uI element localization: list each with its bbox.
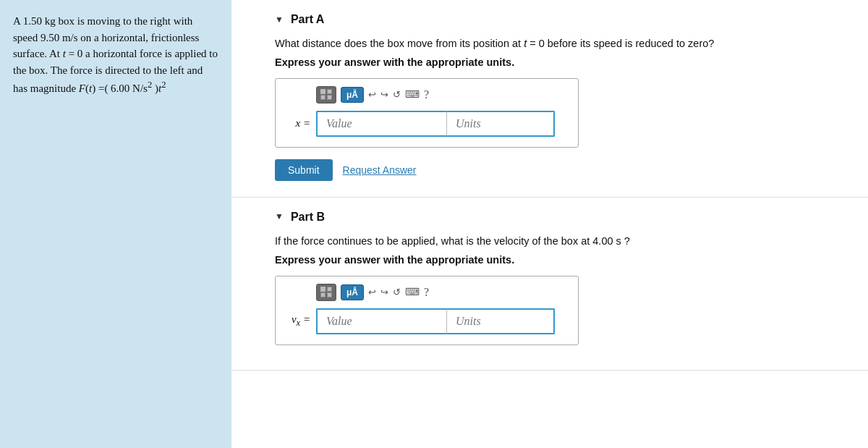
part-a-var-label: x = — [284, 117, 310, 130]
part-b-question: If the force continues to be applied, wh… — [275, 234, 825, 250]
part-a-question: What distance does the box move from its… — [275, 36, 825, 52]
part-a-undo-icon[interactable]: ↩ — [368, 89, 376, 101]
part-a-header[interactable]: ▼ Part A — [275, 13, 825, 26]
part-a-request-link[interactable]: Request Answer — [343, 164, 417, 176]
part-b-toolbar: μÅ ↩ ↪ ↺ ⌨ ? — [284, 284, 569, 301]
part-b-help-icon[interactable]: ? — [424, 286, 429, 299]
part-a-matrix-button[interactable] — [316, 86, 336, 103]
part-b-redo-icon[interactable]: ↪ — [380, 287, 388, 298]
part-b-input-row: vx = — [284, 308, 569, 334]
part-a-chevron-icon: ▼ — [275, 14, 284, 25]
part-b-undo-icon[interactable]: ↩ — [368, 287, 376, 298]
part-b-units-input[interactable] — [446, 308, 555, 334]
part-a-value-input[interactable] — [316, 111, 446, 137]
part-a-redo-icon[interactable]: ↪ — [380, 89, 388, 101]
answer-panel: ▼ Part A What distance does the box move… — [231, 0, 868, 448]
part-b-answer-box: μÅ ↩ ↪ ↺ ⌨ ? vx = — [275, 276, 579, 345]
part-a-keyboard-icon[interactable]: ⌨ — [405, 88, 420, 101]
part-a-answer-box: μÅ ↩ ↪ ↺ ⌨ ? x = — [275, 78, 579, 148]
part-a-help-icon[interactable]: ? — [424, 88, 429, 101]
part-a-refresh-icon[interactable]: ↺ — [393, 89, 401, 101]
part-a-toolbar: μÅ ↩ ↪ ↺ ⌨ ? — [284, 86, 569, 103]
part-b-keyboard-icon[interactable]: ⌨ — [405, 286, 420, 298]
part-b-var-label: vx = — [284, 313, 310, 329]
part-b-header[interactable]: ▼ Part B — [275, 211, 825, 224]
part-a-section: ▼ Part A What distance does the box move… — [231, 0, 868, 198]
problem-text: A 1.50 kg box is moving to the right wit… — [13, 15, 218, 94]
part-a-input-row: x = — [284, 111, 569, 137]
part-a-title: Part A — [291, 13, 325, 26]
part-a-express: Express your answer with the appropriate… — [275, 56, 825, 68]
part-b-value-input[interactable] — [316, 308, 446, 334]
part-a-submit-button[interactable]: Submit — [275, 159, 333, 181]
part-b-refresh-icon[interactable]: ↺ — [393, 287, 401, 298]
part-a-mu-button[interactable]: μÅ — [341, 87, 364, 103]
part-a-submit-row: Submit Request Answer — [275, 159, 825, 181]
part-b-matrix-button[interactable] — [316, 284, 336, 301]
part-b-express: Express your answer with the appropriate… — [275, 254, 825, 266]
part-a-units-input[interactable] — [446, 111, 555, 137]
problem-statement: A 1.50 kg box is moving to the right wit… — [0, 0, 231, 448]
part-b-title: Part B — [291, 211, 325, 224]
part-b-mu-button[interactable]: μÅ — [341, 284, 364, 300]
part-b-section: ▼ Part B If the force continues to be ap… — [231, 198, 868, 371]
part-b-chevron-icon: ▼ — [275, 211, 284, 222]
